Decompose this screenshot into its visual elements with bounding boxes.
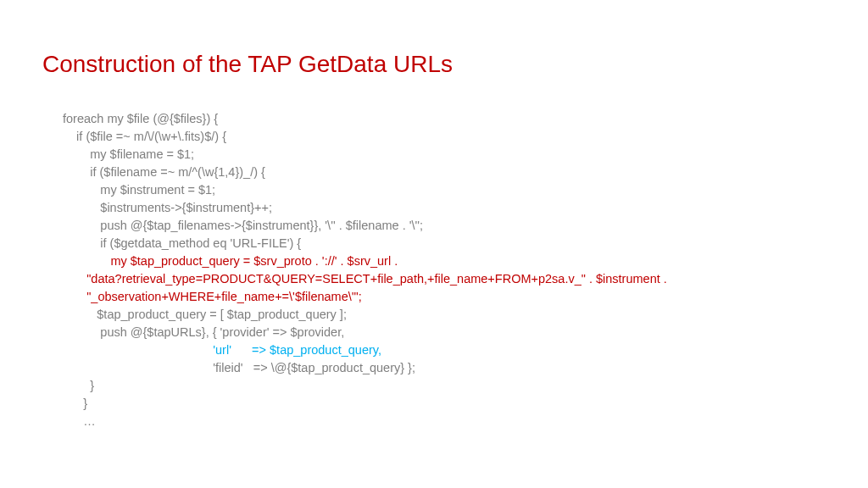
code-line: if ($file =~ m/\/(\w+\.fits)$/) { <box>63 130 226 143</box>
code-line-highlight: "_observation+WHERE+file_name+=\'$filena… <box>63 290 362 303</box>
code-line-highlight: my $tap_product_query = $srv_proto . ':/… <box>63 254 398 268</box>
code-line-highlight: 'url' => $tap_product_query, <box>63 343 381 357</box>
code-line: } <box>63 396 87 410</box>
code-line: … <box>63 414 96 428</box>
code-line: push @{$tapURLs}, { 'provider' => $provi… <box>63 325 344 339</box>
code-line: if ($filename =~ m/^(\w{1,4})_/) { <box>63 165 265 179</box>
code-block: foreach my $file (@{$files}) { if ($file… <box>42 110 826 430</box>
slide-title: Construction of the TAP GetData URLs <box>42 51 826 78</box>
code-line: 'fileid' => \@{$tap_product_query} }; <box>63 361 415 374</box>
code-line: } <box>63 379 94 392</box>
code-line: if ($getdata_method eq 'URL-FILE') { <box>63 236 301 250</box>
code-line: my $filename = $1; <box>63 147 194 161</box>
code-line: my $instrument = $1; <box>63 183 215 197</box>
code-line-highlight: "data?retrieval_type=PRODUCT&QUERY=SELEC… <box>63 272 667 286</box>
code-line: $tap_product_query = [ $tap_product_quer… <box>63 308 347 321</box>
code-line: $instruments->{$instrument}++; <box>63 201 272 214</box>
code-line: foreach my $file (@{$files}) { <box>63 112 218 125</box>
code-line: push @{$tap_filenames->{$instrument}}, '… <box>63 219 423 232</box>
